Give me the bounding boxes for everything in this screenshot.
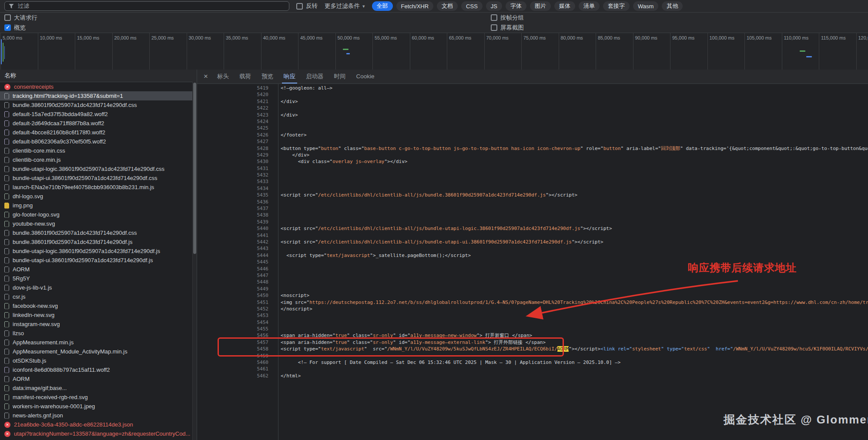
overview-checkbox[interactable]: 概览 <box>4 24 26 32</box>
request-row[interactable]: AORM <box>0 265 197 274</box>
request-row[interactable]: llzso <box>0 329 197 338</box>
filter-chip-字体[interactable]: 字体 <box>506 1 526 11</box>
request-row[interactable]: manifest-received-rgb-red.svg <box>0 393 197 402</box>
tab-标头[interactable]: 标头 <box>212 70 234 83</box>
request-name: AppMeasurement_Module_ActivityMap.min.js <box>13 348 197 355</box>
request-row[interactable]: bundle-utapi-logic.38601f90d25907a1dc423… <box>0 247 197 256</box>
request-row[interactable]: img.png <box>0 201 197 210</box>
request-name: bundle.38601f90d25907a1dc423fd714e290df.… <box>13 230 197 236</box>
request-row[interactable]: bundle-utapi-ui.38601f90d25907a1dc423fd7… <box>0 256 197 265</box>
request-row[interactable]: dove-js-lib-v1.js <box>0 283 197 292</box>
request-name: data:image/gif;base... <box>13 385 197 391</box>
timeline-gridline <box>261 33 261 70</box>
request-name: glo-footer-logo.svg <box>13 211 197 218</box>
filter-chip-全部[interactable]: 全部 <box>372 1 393 11</box>
filter-chip-JS[interactable]: JS <box>486 1 502 11</box>
invert-filter-label: 反转 <box>306 2 318 10</box>
close-icon[interactable]: × <box>200 72 212 81</box>
timeline-tick-label: 10,000 ms <box>40 35 62 40</box>
request-row[interactable]: AppMeasurement_Module_ActivityMap.min.js <box>0 347 197 356</box>
code-line: 5462</html> <box>197 373 868 379</box>
filter-chip-套接字[interactable]: 套接字 <box>603 1 630 11</box>
tab-时间[interactable]: 时间 <box>329 70 351 83</box>
request-row[interactable]: clientlib-core.min.js <box>0 155 197 164</box>
request-name: AORM <box>13 376 197 382</box>
filter-chip-图片[interactable]: 图片 <box>530 1 551 11</box>
filter-chip-CSS[interactable]: CSS <box>461 1 483 11</box>
filter-chip-清单[interactable]: 清单 <box>579 1 600 11</box>
request-name: manifest-received-rgb-red.svg <box>13 394 197 400</box>
request-row[interactable]: AppMeasurement.min.js <box>0 338 197 347</box>
filter-chip-文档[interactable]: 文档 <box>437 1 458 11</box>
network-overview-timeline[interactable]: 5,000 ms10,000 ms15,000 ms20,000 ms25,00… <box>0 33 868 70</box>
big-request-rows-label: 大请求行 <box>14 14 37 22</box>
request-row[interactable]: news-alerts.gnf.json <box>0 411 197 420</box>
more-filters-dropdown[interactable]: 更多过滤条件 ▾ <box>325 2 365 10</box>
request-name: bundle-utapi-ui.38601f90d25907a1dc423fd7… <box>13 257 197 263</box>
screenshots-label: 屏幕截图 <box>500 24 524 32</box>
line-number: 5443 <box>197 245 275 252</box>
file-icon <box>4 248 9 254</box>
tab-载荷[interactable]: 载荷 <box>234 70 256 83</box>
request-row[interactable]: default-b8062306a9c370ef50f5.woff2 <box>0 137 197 146</box>
request-row[interactable]: youtube-new.svg <box>0 219 197 228</box>
filter-chip-其他[interactable]: 其他 <box>662 1 683 11</box>
line-number: 5448 <box>197 279 275 285</box>
request-row[interactable]: default-4bcce82160b8c6f178f0.woff2 <box>0 128 197 137</box>
timeline-activity-mark <box>4 46 5 59</box>
request-row[interactable]: workers-in-warehouse-0001.jpeg <box>0 402 197 411</box>
request-row[interactable]: otSDKStub.js <box>0 356 197 365</box>
group-by-frame-checkbox[interactable]: 按帧分组 <box>491 14 524 22</box>
timeline-tick-label: 40,000 ms <box>263 35 285 40</box>
request-row[interactable]: bundle.38601f90d25907a1dc423fd714e290df.… <box>0 100 197 110</box>
request-list: consentreceiptstracking.html?tracking-id… <box>0 82 197 440</box>
request-row[interactable]: facebook-new.svg <box>0 301 197 310</box>
request-row[interactable]: glo-footer-logo.svg <box>0 210 197 219</box>
request-row[interactable]: utapi?trackingNumber=133587&language=zh&… <box>0 429 197 438</box>
request-row[interactable]: tracking.html?tracking-id=133587&submit=… <box>0 91 197 100</box>
line-number: 5450 <box>197 292 275 299</box>
request-row[interactable]: default-2d649dcaa71ff88f7b8a.woff2 <box>0 119 197 128</box>
request-row[interactable]: data:image/gif;base... <box>0 383 197 393</box>
request-row[interactable]: AORM <box>0 374 197 383</box>
big-request-rows-checkbox[interactable]: 大请求行 <box>4 14 37 22</box>
request-row[interactable]: csr.js <box>0 292 197 301</box>
file-icon <box>4 312 9 318</box>
request-row[interactable]: clientlib-core.min.css <box>0 146 197 155</box>
tab-Cookie[interactable]: Cookie <box>351 70 380 83</box>
tab-响应[interactable]: 响应 <box>278 70 301 83</box>
request-row[interactable]: default-15a7ed37f53bdda49a82.woff2 <box>0 110 197 119</box>
devtools-network-panel: 过滤 反转 更多过滤条件 ▾ 全部Fetch/XHR文档CSSJS字体图片媒体清… <box>0 0 868 440</box>
request-row[interactable]: launch-ENa2e710b79eef40758cbb936003b8b23… <box>0 183 197 192</box>
request-name: bundle.38601f90d25907a1dc423fd714e290df.… <box>13 239 197 245</box>
request-row[interactable]: consentreceipts <box>0 82 197 91</box>
invert-filter-checkbox[interactable]: 反转 <box>296 2 318 10</box>
request-row[interactable]: iconfont-8e6d0b88b797ac15af11.woff2 <box>0 365 197 374</box>
filter-chip-Fetch/XHR[interactable]: Fetch/XHR <box>396 1 434 11</box>
request-row[interactable]: linkedIn-new.svg <box>0 310 197 320</box>
request-row[interactable]: bundle-utapi-logic.38601f90d25907a1dc423… <box>0 164 197 173</box>
timeline-tick-label: 85,000 ms <box>598 35 620 40</box>
code-line: 5458<script type="text/javascript" src="… <box>197 346 868 352</box>
tab-预览[interactable]: 预览 <box>256 70 278 83</box>
request-row[interactable]: dhl-logo.svg <box>0 192 197 201</box>
request-row[interactable]: 21ea6bde-3c6a-4350-a8dc-e86228114de3.jso… <box>0 420 197 429</box>
request-row[interactable]: bundle.38601f90d25907a1dc423fd714e290df.… <box>0 237 197 247</box>
request-row[interactable]: bundle-utapi-ui.38601f90d25907a1dc423fd7… <box>0 173 197 183</box>
filter-input[interactable]: 过滤 <box>4 1 289 11</box>
line-number: 5436 <box>197 199 275 205</box>
name-column-header[interactable]: 名称 <box>0 70 197 82</box>
network-main-area: 名称 consentreceiptstracking.html?tracking… <box>0 70 868 440</box>
request-row[interactable]: instagram-new.svg <box>0 320 197 329</box>
tab-启动器[interactable]: 启动器 <box>301 70 329 83</box>
screenshots-checkbox[interactable]: 屏幕截图 <box>491 24 524 32</box>
file-icon <box>4 330 9 337</box>
request-row[interactable]: bundle.38601f90d25907a1dc423fd714e290df.… <box>0 228 197 237</box>
filter-chip-Wasm[interactable]: Wasm <box>633 1 658 11</box>
request-row[interactable]: 5Rg5Y <box>0 274 197 283</box>
request-list-scrollbar[interactable] <box>192 82 197 440</box>
timeline-gridline <box>372 33 373 70</box>
filter-chip-媒体[interactable]: 媒体 <box>554 1 575 11</box>
line-number: 5455 <box>197 326 275 332</box>
scrollbar-thumb[interactable] <box>193 83 196 254</box>
